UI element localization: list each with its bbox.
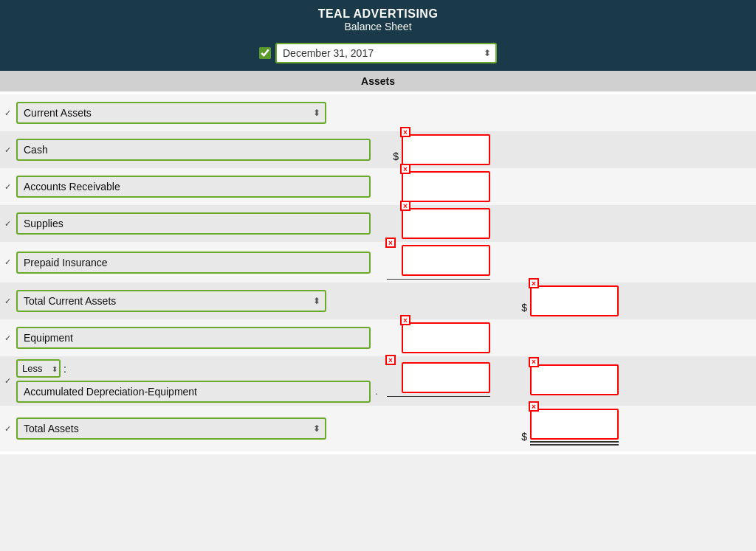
ar-amount-wrap: × [402, 171, 490, 202]
colon-label: : [63, 363, 66, 375]
label-current-assets: Current Assets [13, 102, 375, 124]
dot-placeholder: . [375, 385, 378, 397]
prepaid-amount-input[interactable] [402, 245, 490, 276]
amount1-equipment: × [375, 322, 493, 353]
amount2-total-assets: $ × [508, 409, 626, 448]
row-supplies: ✓ × [0, 205, 756, 242]
less-amount1-input[interactable] [402, 362, 490, 393]
less-amount2-x[interactable]: × [529, 357, 539, 367]
label-ar [13, 176, 375, 198]
ar-amount-input[interactable] [402, 171, 490, 202]
company-title: TEAL ADVERTISING [0, 7, 756, 21]
amount2-tca: $ × [508, 285, 626, 316]
row-prepaid-insurance: ✓ × [0, 242, 756, 283]
label-less: Less : [13, 359, 375, 403]
label-supplies [13, 212, 375, 235]
row-accounts-receivable: ✓ × [0, 168, 756, 205]
supplies-input[interactable] [16, 212, 371, 235]
prepaid-input[interactable] [16, 252, 371, 274]
amount1-supplies: × [375, 208, 493, 239]
date-row: December 31, 2017 [0, 38, 756, 71]
less-underline [387, 396, 490, 397]
tca-dropdown-wrap: Total Current Assets [16, 290, 326, 312]
check-equipment: ✓ [0, 333, 13, 343]
report-subtitle: Balance Sheet [0, 21, 756, 32]
total-assets-amount-x[interactable]: × [529, 401, 539, 412]
label-equipment [13, 327, 375, 349]
assets-label: Assets [361, 75, 395, 87]
less-amount1-wrap: × [387, 362, 490, 397]
less-amount1-x[interactable]: × [385, 355, 396, 365]
tca-amount-input[interactable] [530, 285, 619, 316]
row-total-current-assets: ✓ Total Current Assets $ × [0, 283, 756, 319]
cash-amount-input[interactable] [402, 134, 490, 165]
equipment-amount-x[interactable]: × [400, 315, 410, 325]
current-assets-dropdown-wrap: Current Assets [16, 102, 326, 124]
total-assets-underline1 [530, 441, 619, 443]
cash-input[interactable] [16, 139, 371, 161]
label-total-assets: Total Assets [13, 417, 375, 440]
less-select[interactable]: Less [16, 359, 61, 378]
check-total-assets: ✓ [0, 424, 13, 434]
total-assets-amount-wrap: × [530, 409, 619, 446]
amount1-ar: × [375, 171, 493, 202]
equipment-input[interactable] [16, 327, 371, 349]
less-amount2-input[interactable] [530, 364, 619, 395]
assets-banner: Assets [0, 71, 756, 91]
row-equipment: ✓ × [0, 319, 756, 356]
equipment-amount-input[interactable] [402, 322, 490, 353]
check-cash: ✓ [0, 145, 13, 155]
check-tca: ✓ [0, 297, 13, 306]
label-cash [13, 139, 375, 161]
total-assets-underline2 [530, 444, 619, 446]
total-current-assets-select[interactable]: Total Current Assets [16, 290, 326, 312]
prepaid-underline [387, 279, 490, 280]
label-tca: Total Current Assets [13, 290, 375, 312]
supplies-amount-wrap: × [402, 208, 490, 239]
less-wrap: Less : [16, 359, 372, 378]
tca-amount-wrap: × [530, 285, 619, 316]
check-current-assets: ✓ [0, 108, 13, 118]
ar-input[interactable] [16, 176, 371, 198]
less-amount2-wrap: × [530, 364, 619, 395]
check-ar: ✓ [0, 182, 13, 192]
check-prepaid: ✓ [0, 257, 13, 267]
cash-amount-x[interactable]: × [400, 127, 410, 137]
prepaid-amount-x[interactable]: × [385, 238, 396, 248]
supplies-amount-x[interactable]: × [400, 201, 410, 211]
less-select-wrap: Less [16, 359, 61, 378]
check-less: ✓ [0, 376, 13, 386]
ar-amount-x[interactable]: × [400, 164, 410, 174]
prepaid-amount-wrap: × [387, 245, 490, 280]
date-select-wrap: December 31, 2017 [275, 43, 497, 63]
dollar-sign-cash: $ [393, 150, 399, 162]
content-area: ✓ Current Assets ✓ $ [0, 91, 756, 454]
amount1-cash: $ × [375, 134, 493, 165]
row-cash: ✓ $ × [0, 131, 756, 168]
equipment-amount-wrap: × [402, 322, 490, 353]
total-assets-amount-input[interactable] [530, 409, 619, 440]
tca-amount-x[interactable]: × [529, 278, 539, 288]
cash-amount-wrap: × [402, 134, 490, 165]
date-checkbox[interactable] [259, 47, 271, 59]
amount2-less: × [508, 364, 626, 398]
dollar-sign-tca: $ [521, 302, 527, 313]
total-assets-dropdown-wrap: Total Assets [16, 417, 326, 440]
row-total-assets: ✓ Total Assets $ × [0, 406, 756, 451]
page: TEAL ADVERTISING Balance Sheet December … [0, 0, 756, 454]
accum-dep-input[interactable] [16, 381, 371, 403]
date-select[interactable]: December 31, 2017 [275, 43, 497, 63]
check-supplies: ✓ [0, 219, 13, 229]
header: TEAL ADVERTISING Balance Sheet [0, 0, 756, 38]
row-less-accum-dep: ✓ Less : . × [0, 356, 756, 406]
supplies-amount-input[interactable] [402, 208, 490, 239]
total-assets-select[interactable]: Total Assets [16, 417, 326, 440]
amount1-prepaid: × [375, 245, 493, 280]
current-assets-select[interactable]: Current Assets [16, 102, 326, 124]
row-current-assets: ✓ Current Assets [0, 94, 756, 131]
label-prepaid [13, 252, 375, 274]
amount1-less: . × [375, 362, 493, 400]
dollar-sign-total-assets: $ [521, 431, 527, 443]
